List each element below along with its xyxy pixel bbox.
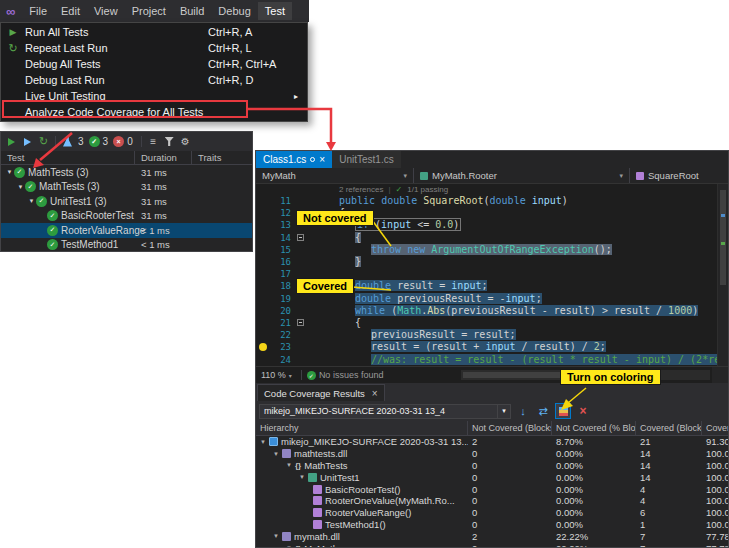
coverage-row-rootervaluerange[interactable]: RooterValueRange()00.00%6100.00% bbox=[256, 507, 728, 519]
test-row-mathtests-3[interactable]: ▼✓MathTests (3)31 ms bbox=[1, 165, 252, 180]
coverage-column-covered[interactable]: Covered (% bbox=[702, 421, 729, 435]
column-traits[interactable]: Traits bbox=[192, 151, 252, 164]
column-test[interactable]: Test bbox=[1, 151, 135, 164]
expander-icon[interactable]: ▼ bbox=[16, 184, 25, 190]
toolbar-divider bbox=[55, 136, 56, 147]
code-line-20[interactable]: 20while (Math.Abs(previousResult - resul… bbox=[256, 305, 728, 317]
code-line-23[interactable]: 23result = (result + input / result) / 2… bbox=[256, 341, 728, 353]
test-row-basicrootertest[interactable]: ✓BasicRooterTest31 ms bbox=[1, 209, 252, 224]
menu-item-debug-all-tests[interactable]: Debug All TestsCtrl+R, Ctrl+A bbox=[1, 56, 307, 72]
settings-gear-icon[interactable]: ⚙ bbox=[178, 135, 193, 149]
expander-icon[interactable]: ▼ bbox=[286, 462, 294, 468]
breadcrumb-member[interactable]: SquareRoot bbox=[630, 168, 728, 183]
code-line-24[interactable]: 24//was: result = result - (result * res… bbox=[256, 353, 728, 365]
close-tab-icon[interactable]: × bbox=[319, 154, 325, 165]
coverage-row-mikejo-mikejo-surface-2020-03-31-13[interactable]: ▼mikejo_MIKEJO-SURFACE 2020-03-31 13...2… bbox=[256, 436, 728, 448]
expander-icon[interactable]: ▼ bbox=[286, 545, 294, 547]
fold-collapse-icon[interactable] bbox=[297, 319, 304, 326]
fold-collapse-icon[interactable] bbox=[297, 234, 304, 241]
filter-icon[interactable] bbox=[162, 135, 177, 149]
passed-tests-icon[interactable]: ✓ bbox=[89, 136, 100, 147]
code-text: while (Math.Abs(previousResult - result)… bbox=[307, 305, 728, 317]
coverage-row-testmethod1[interactable]: TestMethod1()00.00%1100.00% bbox=[256, 519, 728, 531]
expander-icon[interactable]: ▼ bbox=[273, 533, 281, 539]
coverage-value-cell: 0.00% bbox=[552, 448, 636, 460]
test-name: TestMethod1 bbox=[61, 239, 118, 250]
code-line-21[interactable]: 21{ bbox=[256, 317, 728, 329]
code-coverage-results-tab[interactable]: Code Coverage Results × bbox=[257, 384, 385, 401]
menubar-item-view[interactable]: View bbox=[87, 2, 125, 20]
test-row-rootervaluerange[interactable]: ✓RooterValueRange< 1 ms bbox=[1, 223, 252, 238]
code-line-19[interactable]: 19double previousResult = -input; bbox=[256, 293, 728, 305]
coverage-row-basicrootertest[interactable]: BasicRooterTest()00.00%4100.00% bbox=[256, 483, 728, 495]
coverage-row-rooteronevalue-mymath-ro[interactable]: RooterOneValue(MyMath.Ro...00.00%4100.00… bbox=[256, 495, 728, 507]
coverage-value-cell: 0 bbox=[468, 460, 552, 472]
codelens-references[interactable]: 2 references bbox=[339, 185, 383, 194]
assembly-icon bbox=[282, 449, 291, 458]
tab-class1-cs[interactable]: Class1.cs × bbox=[256, 151, 332, 168]
failed-tests-icon[interactable]: × bbox=[113, 136, 124, 147]
menubar-item-test[interactable]: Test bbox=[258, 2, 292, 20]
code-text: double previousResult = -input; bbox=[307, 293, 728, 305]
menu-item-live-unit-testing[interactable]: Live Unit Testing▸ bbox=[1, 88, 307, 104]
group-by-icon[interactable]: ≡ bbox=[146, 135, 161, 149]
menubar-item-file[interactable]: File bbox=[22, 2, 54, 20]
test-row-mathtests-3[interactable]: ▼✓MathTests (3)31 ms bbox=[1, 180, 252, 195]
coverage-row-mymath[interactable]: ▼{}MyMath222.22%777.78% bbox=[256, 542, 728, 547]
menubar-item-build[interactable]: Build bbox=[173, 2, 211, 20]
code-line-15[interactable]: 15throw new ArgumentOutOfRangeException(… bbox=[256, 244, 728, 256]
coverage-column-hierarchy[interactable]: Hierarchy bbox=[256, 421, 468, 435]
close-panel-icon[interactable]: × bbox=[372, 388, 378, 399]
menubar-item-edit[interactable]: Edit bbox=[54, 2, 87, 20]
menubar-item-project[interactable]: Project bbox=[125, 2, 173, 20]
tab-unittest1-cs[interactable]: UnitTest1.cs bbox=[332, 151, 400, 168]
menu-item-repeat-last-run[interactable]: ↻Repeat Last RunCtrl+R, L bbox=[1, 40, 307, 56]
codelens[interactable]: 2 references | ✓ 1/1 passing bbox=[256, 184, 728, 195]
scrollbar-thumb[interactable] bbox=[720, 190, 726, 285]
export-results-icon[interactable]: ⇄ bbox=[535, 403, 551, 419]
run-tests-icon[interactable] bbox=[4, 135, 19, 149]
remove-results-icon[interactable]: × bbox=[575, 403, 591, 419]
menu-item-debug-last-run[interactable]: Debug Last RunCtrl+R, D bbox=[1, 72, 307, 88]
expander-icon[interactable]: ▼ bbox=[299, 474, 307, 480]
breadcrumb-type[interactable]: MyMath.Rooter ▾ bbox=[414, 168, 630, 183]
repeat-run-icon[interactable]: ↻ bbox=[36, 135, 51, 149]
coverage-column-not-covered-blocks[interactable]: Not Covered (Blocks) bbox=[468, 421, 552, 435]
expander-icon[interactable]: ▼ bbox=[27, 198, 36, 204]
menu-item-run-all-tests[interactable]: ▶Run All TestsCtrl+R, A bbox=[1, 24, 307, 40]
code-line-22[interactable]: 22previousResult = result; bbox=[256, 329, 728, 341]
coverage-highlight: while (Math.Abs(previousResult - result)… bbox=[355, 305, 698, 316]
breadcrumb-project[interactable]: MyMath ▾ bbox=[256, 168, 414, 183]
code-line-11[interactable]: 11public double SquareRoot(double input) bbox=[256, 195, 728, 207]
coverage-row-mathtests-dll[interactable]: ▼mathtests.dll00.00%14100.00% bbox=[256, 448, 728, 460]
total-tests-icon[interactable] bbox=[60, 135, 75, 149]
code-text: previousResult = result; bbox=[307, 329, 728, 341]
coverage-row-unittest1[interactable]: ▼UnitTest100.00%14100.00% bbox=[256, 471, 728, 483]
expander-icon[interactable]: ▼ bbox=[273, 451, 281, 457]
coverage-value-cell: 100.00% bbox=[702, 471, 728, 483]
menu-item-analyze-code-coverage-for-all-tests[interactable]: Analyze Code Coverage for All Tests bbox=[1, 104, 307, 120]
show-coverage-coloring-icon[interactable] bbox=[555, 403, 571, 419]
menu-item-shortcut: Ctrl+R, Ctrl+A bbox=[208, 58, 294, 70]
coverage-row-mathtests[interactable]: ▼{}MathTests00.00%14100.00% bbox=[256, 460, 728, 472]
run-all-tests-icon[interactable] bbox=[20, 135, 35, 149]
coverage-row-mymath-dll[interactable]: ▼mymath.dll222.22%777.78% bbox=[256, 530, 728, 542]
import-results-icon[interactable]: ↓ bbox=[515, 403, 531, 419]
code-line-14[interactable]: 14{ bbox=[256, 232, 728, 244]
test-row-testmethod1[interactable]: ✓TestMethod1< 1 ms bbox=[1, 238, 252, 253]
column-duration[interactable]: Duration bbox=[135, 151, 192, 164]
menubar-item-debug[interactable]: Debug bbox=[211, 2, 257, 20]
editor-vertical-scrollbar[interactable] bbox=[717, 184, 728, 366]
expander-icon[interactable]: ▼ bbox=[5, 169, 14, 175]
code-line-16[interactable]: 16} bbox=[256, 256, 728, 268]
coverage-column-covered-blocks[interactable]: Covered (Blocks) bbox=[636, 421, 702, 435]
expander-icon[interactable]: ▼ bbox=[260, 439, 268, 445]
token: SquareRoot bbox=[423, 195, 483, 206]
zoom-level[interactable]: 110 % bbox=[256, 370, 289, 380]
lightbulb-icon[interactable] bbox=[259, 343, 267, 351]
coverage-column-not-covered-blocks[interactable]: Not Covered (% Blocks) bbox=[552, 421, 636, 435]
codelens-passing[interactable]: 1/1 passing bbox=[407, 185, 448, 194]
test-row-unittest1-3[interactable]: ▼✓UnitTest1 (3)31 ms bbox=[1, 194, 252, 209]
coverage-run-selector[interactable]: mikejo_MIKEJO-SURFACE 2020-03-31 13_4 ▾ bbox=[259, 404, 511, 419]
health-check-icon[interactable]: ✓ bbox=[307, 371, 316, 380]
